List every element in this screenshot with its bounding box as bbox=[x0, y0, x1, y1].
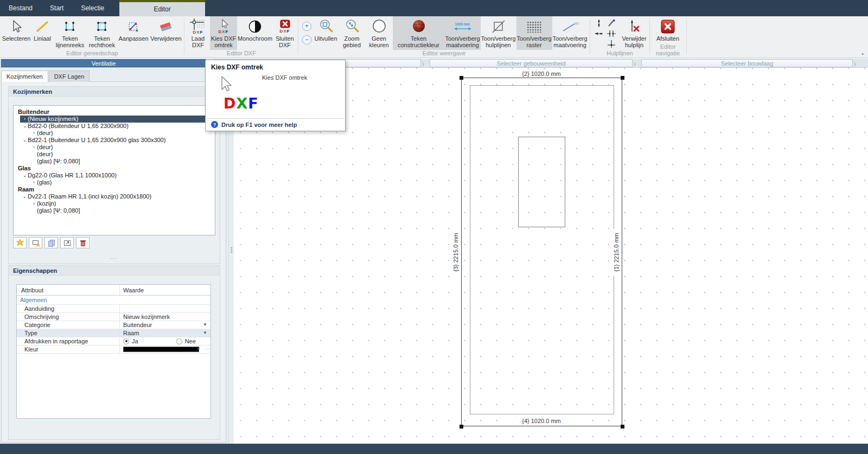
categorie-select[interactable]: Buitendeur▼ bbox=[120, 321, 210, 329]
toon-verberg-raster-button[interactable]: Toon/verberg raster bbox=[516, 16, 552, 50]
tab-selectie[interactable]: Selectie bbox=[72, 0, 113, 16]
corner-handle[interactable] bbox=[459, 76, 463, 80]
tree-item[interactable]: ⌄Dv22-1 (Raam HR 1,1 (incl kozijn) 2000x… bbox=[14, 193, 215, 200]
vertical-guideline-button[interactable] bbox=[593, 18, 604, 28]
property-row-afdrukken[interactable]: Afdrukken in rapportage Ja Nee bbox=[17, 337, 210, 346]
toon-verberg-hulplijnen-button[interactable]: Toon/verberg hulplijnen bbox=[481, 16, 516, 50]
step-selecteer-gebouweenheid[interactable]: Selecteer gebouweenheid bbox=[430, 59, 633, 67]
monochroom-button[interactable]: Monochroom bbox=[237, 16, 273, 50]
kies-dxf-omtrek-button[interactable]: DXF Kies DXF omtrek bbox=[210, 16, 237, 50]
tree-item[interactable]: ›(deur) bbox=[14, 144, 215, 151]
zoom-in-button[interactable]: + bbox=[302, 22, 311, 31]
new-from-selection-button[interactable] bbox=[29, 237, 42, 248]
uitvullen-button[interactable]: Uitvullen bbox=[314, 16, 339, 50]
property-row-categorie[interactable]: Categorie Buitendeur▼ bbox=[17, 321, 210, 329]
dimension-line-toggle-icon: 100.0 bbox=[561, 17, 579, 36]
property-row-omschrijving[interactable]: Omschrijving Nieuw kozijnmerk bbox=[17, 313, 210, 321]
tree-item[interactable]: ⌄Dg22-0 (Glas HR 1,1 1000x1000) bbox=[14, 172, 215, 179]
property-row-kleur[interactable]: Kleur ▼ ⋯ bbox=[17, 346, 210, 354]
glass-outline[interactable] bbox=[518, 137, 565, 227]
horizontal-guideline-button[interactable] bbox=[593, 29, 604, 39]
eigenschappen-groupbox: Eigenschappen Attribuut Waarde Algemeen … bbox=[8, 265, 220, 440]
zoom-out-button[interactable]: − bbox=[302, 35, 311, 44]
ribbon-group-editor-weergave: + − Uitvullen Zoom gebied bbox=[299, 16, 589, 57]
chevron-down-icon[interactable]: ▼ bbox=[203, 322, 207, 327]
tooltip-body-text: Kies DXF omtrek bbox=[262, 74, 307, 81]
tree-item[interactable]: ›(glas) bbox=[14, 179, 215, 186]
tree-item[interactable]: (deur) bbox=[14, 151, 215, 158]
radio-nee[interactable] bbox=[176, 338, 182, 344]
type-select[interactable]: Raam▼ bbox=[120, 329, 210, 337]
frame-outline[interactable] bbox=[470, 85, 614, 414]
step-ventilatie[interactable]: Ventilatie bbox=[1, 59, 206, 67]
radio-ja[interactable] bbox=[123, 338, 129, 344]
tab-dxf-lagen[interactable]: DXF Lagen bbox=[49, 71, 90, 82]
more-options-button[interactable]: ⋯ bbox=[205, 347, 209, 351]
property-row-type[interactable]: Type Raam▼ bbox=[17, 329, 210, 337]
column-waarde: Waarde bbox=[120, 285, 210, 295]
chevron-down-icon[interactable]: ▼ bbox=[196, 347, 201, 351]
panel-splitter-handle[interactable]: ··· bbox=[2, 255, 226, 261]
corner-handle[interactable] bbox=[621, 425, 624, 429]
eraser-icon bbox=[158, 17, 174, 36]
aanpassen-button[interactable]: Aanpassen bbox=[118, 16, 149, 50]
dxf-logo: DXF bbox=[224, 95, 259, 112]
verwijderen-button[interactable]: Verwijderen bbox=[149, 16, 183, 50]
property-row-aanduiding[interactable]: Aanduiding bbox=[17, 305, 210, 313]
ribbon-collapse-icon[interactable]: ▴ bbox=[861, 51, 864, 56]
corner-handle[interactable] bbox=[621, 76, 624, 80]
toon-verberg-maatvoering2-button[interactable]: 100.0 Toon/verberg maatvoering bbox=[552, 16, 588, 50]
tab-editor[interactable]: Editor bbox=[119, 0, 205, 16]
preview-button[interactable] bbox=[60, 237, 74, 248]
liniaal-button[interactable]: Liniaal bbox=[31, 16, 54, 50]
cross-guideline-button[interactable] bbox=[606, 39, 617, 49]
tree-item[interactable]: (glas) [Ψ: 0,080] bbox=[14, 158, 215, 165]
selecteren-button[interactable]: Selecteren bbox=[2, 16, 31, 50]
afdrukken-radio-group: Ja Nee bbox=[120, 337, 210, 345]
ribbon-group-editor-gereedschap: Selecteren Liniaal Teken lijnenreeks bbox=[1, 16, 183, 57]
group-label: Hulplijnen bbox=[590, 50, 649, 56]
geen-kleuren-button[interactable]: Geen kleuren bbox=[366, 16, 393, 50]
ruler-line-icon bbox=[35, 17, 49, 36]
color-swatch[interactable] bbox=[123, 347, 199, 352]
draw-guideline-button[interactable] bbox=[606, 18, 617, 28]
corner-handle[interactable] bbox=[459, 425, 463, 429]
omschrijving-value-field[interactable]: Nieuw kozijnmerk bbox=[120, 313, 210, 321]
chevron-down-icon[interactable]: ▼ bbox=[203, 330, 207, 335]
guideline-tools bbox=[590, 16, 619, 50]
step-selecteer-bouwlaag[interactable]: Selecteer bouwlaag bbox=[641, 59, 853, 67]
teken-rechthoek-button[interactable]: Teken rechthoek bbox=[86, 16, 118, 50]
copy-button[interactable] bbox=[44, 237, 58, 248]
dimension-label-left: {3} 2215.0 mm bbox=[452, 229, 459, 276]
ribbon-separator bbox=[686, 18, 687, 54]
dimension-label-bottom: {4} 1020.0 mm bbox=[501, 418, 582, 424]
properties-group-row[interactable]: Algemeen bbox=[17, 296, 210, 305]
delete-button[interactable] bbox=[76, 237, 90, 248]
tree-item[interactable]: ›(deur) bbox=[14, 130, 215, 137]
tree-item[interactable]: ⌄Bd22-1 (Buitendeur U 1,65 2300x900 glas… bbox=[14, 137, 215, 144]
verwijder-hulplijn-button[interactable]: Verwijder hulplijn bbox=[619, 16, 649, 50]
kleur-picker[interactable]: ▼ ⋯ bbox=[120, 346, 210, 353]
offset-guideline-button[interactable] bbox=[606, 29, 617, 39]
aanduiding-value-field[interactable] bbox=[120, 305, 210, 312]
laad-dxf-button[interactable]: DXF Laad DXF bbox=[186, 16, 210, 50]
teken-lijnenreeks-button[interactable]: Teken lijnenreeks bbox=[54, 16, 86, 50]
group-label: Editor navigatie bbox=[650, 43, 686, 56]
tab-start[interactable]: Start bbox=[41, 0, 72, 16]
tab-kozijnmerken[interactable]: Kozijnmerken bbox=[1, 71, 48, 82]
tree-item-selected[interactable]: ›(Nieuw kozijnmerk) bbox=[20, 116, 212, 123]
toon-verberg-maatvoering-button[interactable]: 1000 mm Toon/verberg maatvoering bbox=[445, 16, 481, 50]
new-item-button[interactable] bbox=[13, 237, 27, 248]
tree-item[interactable]: ›(kozijn) bbox=[14, 200, 215, 207]
zoom-gebied-button[interactable]: Zoom gebied bbox=[339, 16, 366, 50]
panel-body: Kozijnmerken Buitendeur ›(Nieuw kozijnme… bbox=[1, 81, 226, 443]
tree-item[interactable]: ⌄Bd22-0 (Buitendeur U 1,65 2300x900) bbox=[14, 123, 215, 130]
sluiten-dxf-button[interactable]: DXF Sluiten DXF bbox=[273, 16, 297, 50]
tree-item[interactable]: (glas) [Ψ: 0,080] bbox=[14, 207, 215, 214]
dxf-letters: DXF bbox=[218, 30, 228, 34]
teken-constructiekleur-button[interactable]: Teken constructiekleur bbox=[393, 16, 445, 50]
tab-bestand[interactable]: Bestand bbox=[0, 0, 41, 16]
fit-view-icon bbox=[318, 17, 334, 36]
group-label: Editor weergave bbox=[299, 50, 589, 56]
properties-header-row: Attribuut Waarde bbox=[17, 285, 210, 296]
